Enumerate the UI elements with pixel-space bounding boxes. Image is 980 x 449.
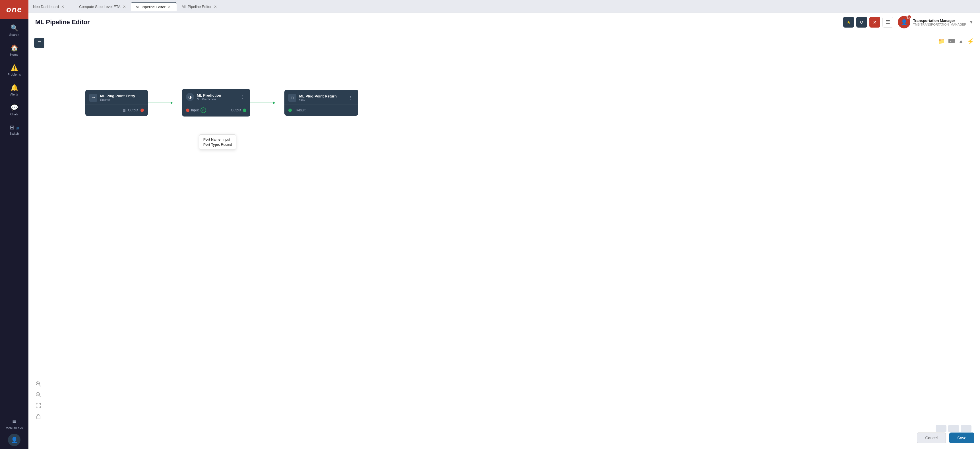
fit-view-button[interactable] [34,401,43,410]
result-label: Result [296,108,305,112]
sidebar-item-menus[interactable]: ≡ Menus/Favs [0,414,29,434]
grid-icon: ⊞ [123,108,126,113]
sidebar-item-home[interactable]: 🏠 Home [0,40,29,60]
node-name: ML Plug Point Entry [100,94,136,98]
tab-label: ML Pipeline Editor [182,5,212,9]
main-area: Neo Dashboard ✕ Compute Stop Level ETA ✕… [29,0,980,449]
node-menu-button[interactable]: ⋮ [346,94,354,102]
tab-close-btn[interactable]: ✕ [123,5,126,9]
node-ml-plug-entry[interactable]: → ML Plug Point Entry Source ⋮ ⊞ Output [85,90,148,116]
user-role: TMS.TRANSPORTATION_MANAGER [913,23,967,26]
tooltip-port-type-label: Port Type: [203,143,220,147]
tooltip-port-type-row: Port Type: Record [203,143,232,147]
app-logo[interactable]: one [0,0,29,19]
deploy-icon[interactable]: ▲ [958,38,964,44]
result-port-dot [288,109,292,112]
node-header: ◑ ML Prediction ML Prediction ⋮ [182,89,250,104]
output-port-dot [140,109,144,112]
output-port-section: Output [231,108,246,112]
header-actions: ★ ↺ ✕ ☰ [843,17,893,28]
user-info: Transportation Manager TMS.TRANSPORTATIO… [913,19,967,26]
tab-close-btn[interactable]: ✕ [168,5,171,9]
input-label: Input [191,108,199,112]
page-btn-1[interactable] [935,425,947,432]
sidebar-item-label: Home [10,53,18,56]
menu-button[interactable]: ☰ [883,17,893,28]
user-section: 👤 ★ Transportation Manager TMS.TRANSPORT… [898,16,974,29]
port-settings-icon[interactable]: ⚙ [200,108,206,113]
node-output-port: ⊞ Output [85,105,148,116]
sidebar-item-switch[interactable]: ⊞ ⊞ Switch [0,120,29,139]
node-type: Source [100,98,136,102]
tab-close-btn[interactable]: ✕ [214,5,217,9]
user-avatar-sidebar[interactable]: 👤 [8,434,21,446]
close-button[interactable]: ✕ [869,17,880,28]
node-header: → ML Plug Point Entry Source ⋮ [85,90,148,105]
sidebar-item-search[interactable]: 🔍 Search [0,21,29,40]
pagination-area [935,425,972,432]
tab-neo-dashboard[interactable]: Neo Dashboard ✕ [29,2,74,11]
node-menu-button[interactable]: ⋮ [136,94,144,102]
tab-ml-pipeline-1[interactable]: ML Pipeline Editor ✕ [131,2,177,11]
save-button[interactable]: Save [949,433,974,443]
output-port-dot [243,109,246,112]
connector-1 [148,102,182,104]
pipeline-canvas[interactable]: ☰ 📁 >_ ▲ ⚡ → ML Plug Poin [29,32,980,449]
zoom-out-button[interactable] [34,390,43,399]
refresh-button[interactable]: ↺ [856,17,867,28]
cancel-button[interactable]: Cancel [917,433,946,443]
tab-compute-stop[interactable]: Compute Stop Level ETA ✕ [75,2,130,11]
list-view-button[interactable]: ☰ [34,38,45,48]
tab-ml-pipeline-2[interactable]: ML Pipeline Editor ✕ [177,2,223,11]
zoom-in-button[interactable] [34,380,43,388]
output-label: Output [231,108,241,112]
prediction-ports: Input ⚙ Output [182,104,250,116]
node-arrow-icon: → [89,94,97,102]
terminal-icon[interactable]: >_ [948,39,955,44]
avatar-icon: 👤 [11,436,18,443]
page-btn-3[interactable] [961,425,972,432]
connector-2 [250,102,285,104]
page-header: ML Pipeline Editor ★ ↺ ✕ ☰ 👤 ★ Transport… [29,13,980,32]
svg-rect-9 [37,416,40,419]
chat-icon: 💬 [11,104,18,111]
lock-button[interactable] [34,412,43,420]
star-button[interactable]: ★ [843,17,854,28]
search-icon: 🔍 [11,24,18,32]
lightning-icon[interactable]: ⚡ [967,38,974,44]
sidebar-menus-label: Menus/Favs [6,426,23,430]
sidebar: one 🔍 Search 🏠 Home ⚠️ Problems 🔔 Alerts… [0,0,29,449]
node-result-port: Result [285,105,358,116]
dropdown-chevron-icon[interactable]: ▼ [969,20,973,24]
node-ml-plug-return[interactable]: □ ML Plug Point Return Sink ⋮ Result [285,90,358,116]
sidebar-item-alerts[interactable]: 🔔 Alerts [0,80,29,100]
tab-label: ML Pipeline Editor [136,5,165,9]
tab-bar: Neo Dashboard ✕ Compute Stop Level ETA ✕… [29,0,980,13]
page-title: ML Pipeline Editor [35,19,843,26]
input-port-dot [186,109,189,112]
input-port-section: Input ⚙ [186,108,206,113]
user-name: Transportation Manager [913,19,967,23]
sidebar-item-problems[interactable]: ⚠️ Problems [0,60,29,80]
tab-close-btn[interactable]: ✕ [61,5,64,9]
tab-label: Neo Dashboard [33,5,59,9]
node-name: ML Prediction [197,93,238,97]
node-header: □ ML Plug Point Return Sink ⋮ [285,90,358,105]
node-title: ML Plug Point Return Sink [299,94,346,102]
node-name: ML Plug Point Return [299,94,346,98]
node-ml-prediction[interactable]: ◑ ML Prediction ML Prediction ⋮ Input ⚙ [182,89,250,116]
list-icon: ☰ [38,41,41,45]
nodes-row: → ML Plug Point Entry Source ⋮ ⊞ Output [85,89,963,116]
page-btn-2[interactable] [948,425,959,432]
node-menu-button[interactable]: ⋮ [238,93,246,101]
logo-text: one [6,5,22,14]
zoom-controls [34,380,43,420]
sidebar-item-label: Search [10,33,19,36]
node-title: ML Prediction ML Prediction [197,93,238,101]
sidebar-item-chats[interactable]: 💬 Chats [0,100,29,120]
svg-line-3 [39,385,41,387]
folder-icon[interactable]: 📁 [938,38,945,44]
svg-line-7 [39,395,41,397]
svg-text:>_: >_ [949,40,953,43]
node-sink-icon: □ [288,94,296,102]
